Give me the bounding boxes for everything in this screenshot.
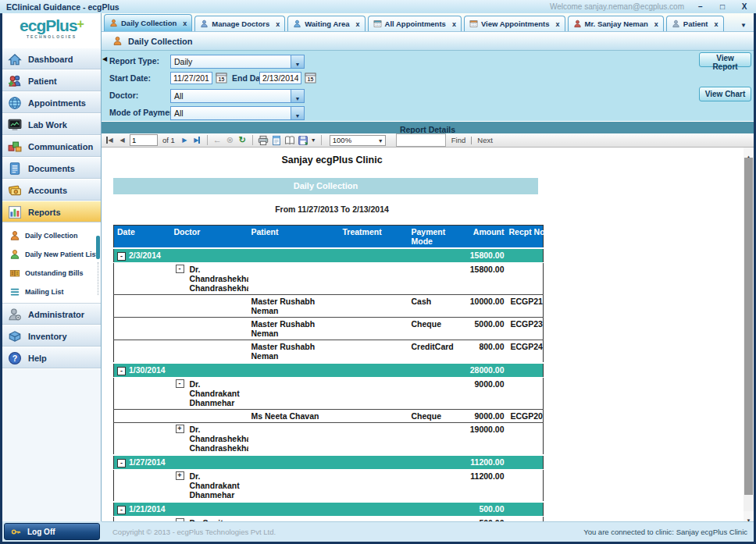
tab-patient[interactable]: Patientx	[666, 16, 724, 31]
page-setup-button[interactable]	[284, 135, 295, 146]
report-type-select[interactable]: Daily	[170, 55, 305, 69]
next-page-button[interactable]	[180, 134, 190, 146]
tab-waiting-area[interactable]: Waiting Areax	[287, 16, 365, 31]
doctor-label: Doctor:	[109, 91, 138, 100]
amount-cell: 800.00	[464, 340, 508, 364]
sidebar-item-reports[interactable]: Reports	[2, 201, 101, 223]
collapse-group-icon[interactable]: -	[117, 459, 126, 468]
refresh-button[interactable]	[237, 134, 248, 146]
chevron-down-icon[interactable]	[291, 90, 304, 102]
sidebar-item-documents[interactable]: Documents	[2, 158, 101, 180]
export-dropdown-icon[interactable]	[311, 137, 316, 143]
maximize-button[interactable]: □	[717, 2, 728, 11]
detail-row: Master Rushabh NemanCheque5000.00ECGP23	[114, 318, 544, 340]
sidebar-item-help[interactable]: ?Help	[2, 347, 101, 369]
person-red-icon	[573, 20, 582, 28]
find-input[interactable]	[396, 133, 446, 147]
previous-page-button[interactable]	[117, 134, 127, 146]
collapse-group-icon[interactable]: -	[176, 379, 184, 388]
collapse-group-icon[interactable]: -	[117, 252, 126, 261]
expand-group-icon[interactable]: +	[176, 471, 184, 480]
payment-mode-cell: Cash	[408, 295, 464, 318]
scrollbar-thumb[interactable]	[744, 158, 753, 495]
tab-close-icon[interactable]: x	[711, 20, 719, 28]
tab-close-icon[interactable]: x	[553, 20, 560, 28]
box-icon	[8, 329, 22, 343]
chevron-down-icon[interactable]	[291, 107, 304, 119]
tab-close-icon[interactable]: x	[273, 20, 280, 28]
cards-icon	[8, 183, 22, 197]
tab-label: View Appointments	[481, 20, 550, 28]
print-button[interactable]	[258, 135, 269, 146]
tab-mr-sanjay-neman[interactable]: Mr. Sanjay Nemanx	[568, 16, 664, 31]
submenu-item-daily-collection[interactable]: Daily Collection	[2, 226, 101, 245]
zoom-select[interactable]: 100%	[330, 135, 386, 146]
tab-manage-doctors[interactable]: Manage Doctorsx	[194, 16, 285, 31]
sidebar-item-inventory[interactable]: Inventory	[2, 325, 101, 347]
sidebar-item-lab-work[interactable]: Lab Work	[2, 114, 101, 136]
doctor-select[interactable]: All	[170, 89, 305, 103]
report-viewport: Sanjay ecgPlus Clinic Daily Collection F…	[102, 148, 754, 521]
print-layout-button[interactable]	[271, 135, 282, 146]
filter-panel: ◀ Report Type: Daily Start Date: 15 End …	[102, 50, 754, 121]
person-new-icon	[9, 249, 20, 260]
report-details-header: Report Details	[102, 121, 754, 133]
sidebar-item-accounts[interactable]: Accounts	[2, 180, 101, 201]
last-page-button[interactable]	[192, 134, 202, 146]
sidebar-item-patient[interactable]: Patient	[2, 70, 101, 92]
doctor-group-row: -Dr. Chandrashekhar Chandrashekhar15800.…	[114, 263, 544, 295]
collapse-group-icon[interactable]: -	[117, 367, 126, 375]
find-button[interactable]: Find	[448, 136, 469, 144]
amount-cell: 19000.00	[464, 423, 508, 456]
person-walk-icon	[293, 20, 301, 28]
collapse-group-icon[interactable]: -	[176, 518, 184, 521]
log-off-button[interactable]: Log Off	[4, 523, 100, 540]
tab-overflow-dropdown-icon[interactable]	[737, 16, 750, 28]
start-date-calendar-icon[interactable]: 15	[216, 72, 227, 84]
tab-close-icon[interactable]: x	[651, 20, 658, 28]
cell	[171, 248, 464, 263]
chevron-down-icon[interactable]	[291, 55, 304, 68]
sidebar-item-dashboard[interactable]: Dashboard	[2, 48, 101, 70]
view-report-button[interactable]: View Report	[699, 52, 751, 67]
tab-close-icon[interactable]: x	[180, 20, 187, 27]
stop-rendering-button[interactable]	[225, 134, 235, 146]
submenu-item-outstanding-bills[interactable]: Outstanding Bills	[2, 264, 101, 283]
sidebar-item-administrator[interactable]: Administrator	[2, 304, 101, 325]
collapse-group-icon[interactable]: -	[117, 506, 126, 514]
minimize-button[interactable]: −	[695, 2, 706, 11]
svg-text:15: 15	[219, 76, 225, 82]
doctor-cell: +Dr. Chandrashekhar Chandrashekhar	[171, 423, 248, 456]
tab-view-appointments[interactable]: View Appointmentsx	[464, 16, 565, 31]
sidebar-item-appointments[interactable]: Appointments	[2, 92, 101, 114]
cell	[248, 378, 464, 410]
submenu-item-daily-new-patient-list[interactable]: Daily New Patient List	[2, 245, 101, 264]
expand-group-icon[interactable]: +	[176, 425, 184, 433]
payment-mode-select[interactable]: All	[170, 106, 305, 120]
doctor-value: All	[171, 91, 291, 101]
patient-cell: Ms Neeta Chavan	[248, 410, 340, 423]
tab-daily-collection[interactable]: Daily Collectionx	[104, 14, 192, 31]
find-next-button[interactable]: Next	[474, 136, 496, 144]
first-page-button[interactable]	[105, 134, 115, 146]
start-date-input[interactable]	[170, 72, 212, 84]
page-number-input[interactable]	[130, 134, 158, 146]
back-to-parent-button[interactable]	[212, 134, 223, 146]
scroll-down-icon[interactable]	[744, 511, 754, 521]
submenu-item-mailing-list[interactable]: Mailing List	[2, 283, 101, 301]
close-button[interactable]: X	[739, 2, 750, 11]
tab-close-icon[interactable]: x	[353, 20, 360, 28]
export-button[interactable]	[298, 135, 308, 146]
submenu-scrollbar-track	[98, 262, 98, 295]
end-date-input[interactable]	[259, 72, 301, 84]
submenu-scrollbar-thumb[interactable]	[96, 236, 100, 259]
tab-all-appointments[interactable]: All Appointmentsx	[368, 16, 462, 31]
collapse-panel-icon[interactable]: ◀	[102, 55, 107, 62]
cell	[114, 263, 171, 295]
tab-close-icon[interactable]: x	[449, 20, 456, 28]
end-date-calendar-icon[interactable]: 15	[305, 72, 316, 84]
collapse-group-icon[interactable]: -	[176, 265, 184, 273]
view-chart-button[interactable]: View Chart	[699, 87, 751, 101]
scroll-up-icon[interactable]	[744, 148, 754, 158]
sidebar-item-communication[interactable]: Communication	[2, 136, 101, 158]
